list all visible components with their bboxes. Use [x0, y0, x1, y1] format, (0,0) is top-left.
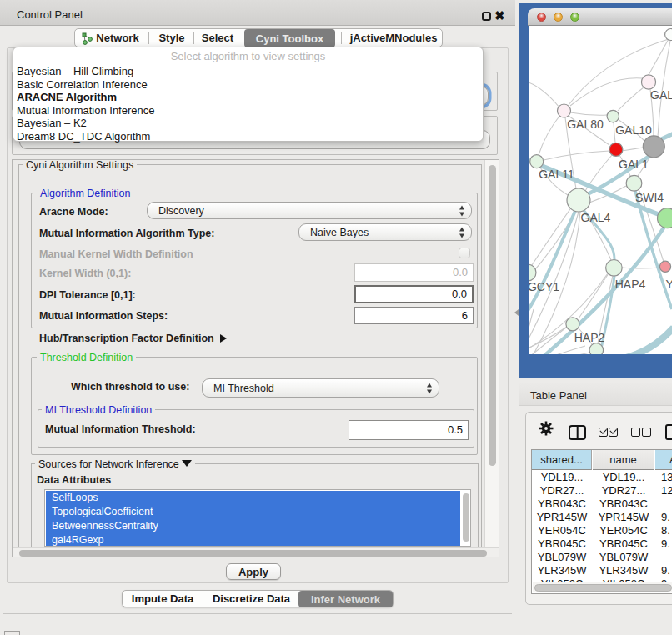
column-header-shared-name[interactable]: shared... [532, 450, 592, 470]
minimize-traffic-light[interactable] [554, 12, 563, 22]
network-window-titlebar[interactable] [528, 8, 672, 26]
network-edge[interactable] [544, 151, 609, 160]
table-cell[interactable]: YDR27... [532, 483, 592, 498]
node-pink-a[interactable] [641, 75, 655, 89]
zoom-traffic-light[interactable] [570, 12, 579, 22]
table-cell[interactable]: YBR045C [593, 537, 654, 551]
dropdown-item[interactable]: ARACNE Algorithm [17, 91, 117, 103]
table-cell[interactable]: 9. [655, 510, 672, 524]
dropdown-item[interactable]: Dream8 DC_TDC Algorithm [17, 130, 150, 142]
column-header-name[interactable]: name [593, 450, 654, 470]
node-grey[interactable] [643, 136, 664, 158]
tab-infer-network[interactable]: Infer Network [298, 591, 393, 608]
select-all-check-icon-2[interactable] [609, 428, 618, 437]
network-edge[interactable] [570, 112, 607, 115]
manual-kernel-checkbox[interactable] [459, 248, 470, 258]
attribute-list-item[interactable]: BetweennessCentrality [46, 519, 460, 533]
table-hscroll-thumb[interactable] [534, 584, 672, 592]
node-gal4[interactable] [567, 188, 590, 212]
node-gal11[interactable] [530, 155, 544, 168]
table-cell[interactable]: YDL19... [532, 470, 592, 484]
node-gal80[interactable] [558, 104, 571, 118]
table-cell[interactable]: 8. [655, 523, 672, 538]
node-swi4[interactable] [626, 175, 642, 191]
tab-network[interactable]: Network [95, 29, 140, 47]
tab-jactivemnodules[interactable]: jActiveMNodules [344, 29, 443, 47]
settings-hscroll-thumb[interactable] [19, 550, 487, 557]
sources-group-toggle[interactable]: Sources for Network Inference [35, 458, 195, 470]
tab-select[interactable]: Select [195, 29, 240, 47]
dropdown-item[interactable]: Bayesian – K2 [17, 117, 87, 129]
table-panel-titlebar[interactable]: Table Panel [519, 382, 672, 406]
node-bottom[interactable] [589, 343, 604, 354]
table-cell[interactable]: YBL079W [532, 550, 592, 564]
table-cell[interactable]: 9. [655, 537, 672, 551]
table-cell[interactable]: 13 [655, 470, 672, 484]
dpi-tolerance-input[interactable]: 0.0 [354, 285, 474, 303]
attribute-list-item[interactable]: gal4RGexp [46, 533, 460, 547]
float-window-icon[interactable] [482, 12, 491, 21]
network-edge[interactable] [530, 207, 572, 268]
node-gcy1[interactable] [529, 264, 536, 281]
hub-section-toggle[interactable]: Hub/Transcription Factor Definition [39, 332, 227, 344]
close-icon[interactable]: ✖ [494, 8, 505, 23]
tab-impute-data[interactable]: Impute Data [123, 591, 203, 607]
table-cell[interactable] [655, 550, 672, 564]
table-cell[interactable]: YDL19... [593, 470, 654, 484]
table-cell[interactable]: YLR345W [593, 563, 654, 578]
gear-icon[interactable] [539, 421, 554, 436]
network-edge[interactable] [570, 78, 642, 106]
tab-cyni-toolbox[interactable]: Cyni Toolbox [244, 29, 335, 48]
tab-style[interactable]: Style [149, 29, 194, 47]
network-edge[interactable] [622, 148, 643, 151]
network-canvas[interactable]: GALGAL80GAL10GAL1GAL11SWI4GAL4GCY1HAP4YH… [529, 26, 672, 354]
which-threshold-combobox[interactable]: MI Threshold [202, 378, 439, 398]
bottom-left-widget[interactable] [4, 631, 20, 635]
table-cell[interactable]: YBL079W [593, 550, 654, 564]
deselect-all-icon-2[interactable] [642, 428, 651, 437]
table-cell[interactable]: YDR27... [593, 483, 654, 498]
table-cell[interactable]: YLR345W [532, 563, 592, 578]
apply-button[interactable]: Apply [226, 563, 281, 580]
table-cell[interactable]: YER054C [532, 523, 592, 538]
table-cell[interactable] [655, 497, 672, 511]
network-edge-highlighted[interactable] [604, 328, 672, 354]
mi-type-combobox[interactable]: Naive Bayes [298, 223, 472, 241]
table-cell[interactable]: YBR043C [532, 497, 592, 511]
table-cell[interactable]: YER054C [593, 523, 654, 538]
network-edge[interactable] [622, 268, 659, 268]
table-cell[interactable]: 12 [655, 483, 672, 498]
table-cell[interactable]: YPR145W [593, 510, 654, 524]
control-panel-titlebar[interactable]: Control Panel ✖ [0, 0, 515, 26]
settings-horizontal-scrollbar[interactable] [13, 548, 499, 558]
mi-steps-input[interactable]: 6 [354, 307, 474, 324]
table-cell[interactable]: YPR145W [532, 510, 592, 524]
node-hap2[interactable] [566, 318, 579, 331]
network-edge[interactable] [649, 38, 669, 75]
node-hap4[interactable] [606, 260, 623, 277]
node-gal10[interactable] [607, 110, 619, 122]
network-edge[interactable] [529, 82, 559, 108]
tab-discretize-data[interactable]: Discretize Data [203, 591, 299, 607]
table-cell[interactable]: 9. [655, 563, 672, 578]
node-green-big[interactable] [658, 208, 672, 228]
data-attributes-list[interactable]: SelfLoopsTopologicalCoefficientBetweenne… [44, 489, 471, 547]
settings-vertical-scrollbar[interactable] [484, 160, 499, 548]
column-header-partial[interactable]: A [655, 450, 672, 470]
node-salmon[interactable] [659, 261, 670, 272]
close-traffic-light[interactable] [537, 12, 546, 22]
column-layout-icon[interactable] [569, 425, 586, 440]
kernel-width-input[interactable]: 0.0 [354, 263, 474, 282]
new-table-icon[interactable] [665, 424, 672, 440]
aracne-mode-combobox[interactable]: Discovery [147, 202, 472, 219]
dropdown-item[interactable]: Mutual Information Inference [17, 104, 154, 117]
deselect-all-icon[interactable] [631, 428, 640, 437]
attribute-list-item[interactable]: TopologicalCoefficient [46, 505, 460, 519]
node-gal1[interactable] [609, 142, 623, 156]
network-edge-highlighted[interactable] [529, 211, 575, 322]
table-cell[interactable]: YBR043C [593, 497, 654, 511]
splitter-collapse-icon[interactable] [514, 309, 519, 316]
table-horizontal-scrollbar[interactable] [533, 582, 672, 592]
dropdown-item[interactable]: Basic Correlation Inference [17, 78, 148, 91]
dropdown-item[interactable]: Bayesian – Hill Climbing [17, 65, 133, 78]
